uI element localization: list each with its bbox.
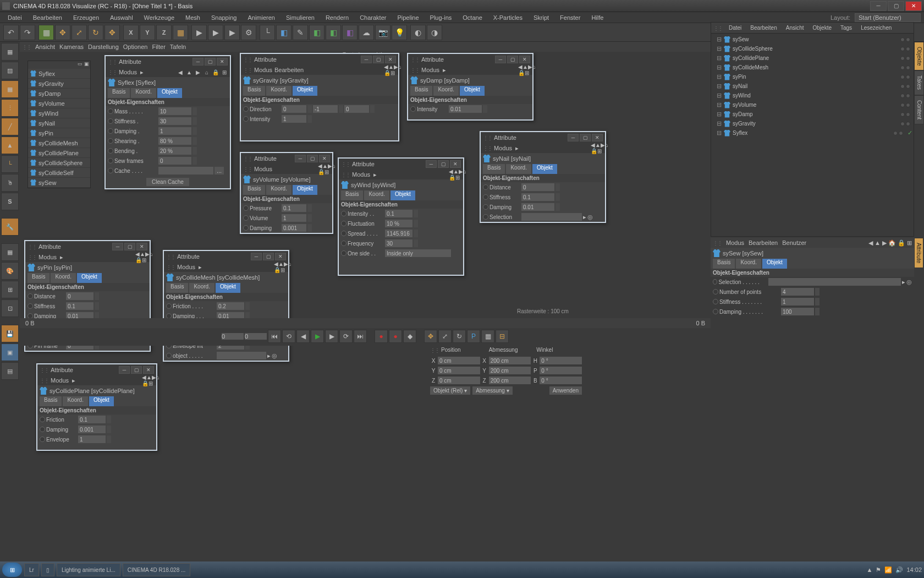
tool-1[interactable]: ◐ — [410, 25, 426, 40]
target-icon[interactable]: ◎ — [906, 279, 912, 286]
nav-icons[interactable]: ◀▲▶⌂🔒⊞ — [454, 171, 461, 178]
add-deformer[interactable]: ◧ — [342, 25, 358, 40]
radio-icon[interactable] — [410, 106, 416, 112]
tray-net-icon[interactable]: 📶 — [884, 566, 892, 574]
arrow-icon[interactable]: ▸ — [514, 145, 520, 152]
freq-field[interactable]: 30 — [385, 239, 413, 247]
vmenu-tafeln[interactable]: Tafeln — [170, 43, 186, 50]
menu-rendern[interactable]: Rendern — [321, 13, 353, 22]
panel-min-button[interactable]: ─ — [119, 366, 130, 374]
arrow-icon[interactable]: ▸ — [71, 377, 76, 384]
radio-icon[interactable] — [243, 106, 249, 112]
add-pen[interactable]: ✎ — [293, 25, 308, 40]
om-objekte[interactable]: Objekte — [811, 24, 834, 32]
radio-icon[interactable] — [28, 293, 33, 299]
stiff-field[interactable]: 1 — [781, 298, 814, 306]
keyframe-button[interactable]: ◆ — [403, 330, 416, 343]
arrow-icon[interactable]: ▸ — [59, 254, 64, 261]
palette-grid[interactable]: ▦ — [1, 243, 19, 261]
panel-icon[interactable]: ▭ ▣ — [78, 61, 89, 69]
radio-icon[interactable] — [483, 204, 488, 210]
rotate-tool[interactable]: ↻ — [88, 25, 103, 40]
spinner[interactable] — [414, 220, 418, 227]
nav-icons[interactable]: ◀▲▶⌂🔒⊞ — [323, 166, 330, 172]
dim-field[interactable]: 200 cm — [489, 377, 531, 384]
tab-basis[interactable]: Basis — [243, 185, 265, 195]
tab-koord[interactable]: Koord. — [131, 88, 156, 98]
close-button[interactable]: ✕ — [905, 1, 922, 11]
selection-field[interactable] — [768, 278, 901, 286]
menu-plugins[interactable]: Plug-ins — [426, 13, 457, 22]
spinner[interactable] — [193, 107, 197, 115]
tab-basis[interactable]: Basis — [483, 164, 505, 174]
target-icon[interactable]: ◎ — [587, 214, 593, 221]
radio-icon[interactable] — [483, 184, 488, 190]
palette-save[interactable]: 💾 — [1, 325, 19, 342]
add-cube[interactable]: ◧ — [276, 25, 292, 40]
lock-icon[interactable]: 🔒 — [212, 69, 219, 75]
panel-min-button[interactable]: ─ — [568, 134, 579, 141]
ang-field[interactable]: 0 ° — [540, 377, 582, 384]
spinner[interactable] — [95, 292, 99, 300]
menu-xparticles[interactable]: X-Particles — [489, 13, 527, 22]
vmenu-optionen[interactable]: Optionen — [123, 43, 148, 50]
tab-koord[interactable]: Koord. — [51, 273, 75, 283]
key-rotate-button[interactable]: ↻ — [453, 330, 466, 343]
palette-box[interactable]: ▣ — [1, 343, 19, 361]
clean-cache-button[interactable]: Clean Cache — [146, 178, 189, 186]
spinner[interactable] — [414, 230, 418, 237]
dir-z[interactable]: 0 — [344, 105, 369, 113]
panel-max-button[interactable]: ▢ — [373, 56, 384, 63]
frame-cur-field[interactable]: 0 — [245, 333, 267, 340]
vmenu-darstellung[interactable]: Darstellung — [88, 43, 119, 50]
tab-basis[interactable]: Basis — [108, 88, 130, 98]
tab-basis[interactable]: Basis — [243, 86, 265, 96]
int-field[interactable]: 1 — [282, 115, 306, 123]
menu-animieren[interactable]: Animieren — [243, 13, 279, 22]
taskbar-explorer[interactable]: ▯ — [41, 563, 54, 576]
nav-icons[interactable]: ◀▲▶⌂🔒⊞ — [524, 67, 530, 73]
tab-basis[interactable]: Basis — [166, 283, 188, 293]
radio-icon[interactable] — [166, 303, 172, 309]
radio-icon[interactable] — [341, 250, 346, 256]
om-row[interactable]: ⊟syWind — [712, 91, 912, 100]
om-row[interactable]: ⊟syCollideMesh — [712, 63, 912, 72]
nav-up-icon[interactable]: ▲ — [186, 69, 193, 75]
nav-icons[interactable]: ◀▲▶⌂🔒⊞ — [147, 377, 154, 384]
list-row[interactable]: Syflex — [28, 69, 90, 79]
om-row[interactable]: ⊟Syflex✓ — [712, 128, 912, 138]
spinner[interactable] — [556, 203, 560, 211]
list-row[interactable]: syCollideSelf — [28, 168, 90, 178]
tab-objekt[interactable]: Objekt — [216, 283, 240, 293]
add-environment[interactable]: ☁ — [359, 25, 374, 40]
damp-field[interactable]: 0.001 — [282, 224, 306, 232]
panel-close-button[interactable]: ✕ — [319, 155, 330, 162]
spinner[interactable] — [193, 137, 197, 145]
spinner[interactable] — [307, 214, 312, 222]
fluc-field[interactable]: 10 % — [385, 220, 413, 227]
list-row[interactable]: syNail — [28, 118, 90, 128]
panel-min-button[interactable]: ─ — [193, 58, 204, 66]
menu-bearbeiten[interactable]: Bearbeiten — [29, 13, 67, 22]
damp-field[interactable]: 1 — [158, 127, 191, 135]
tab-basis[interactable]: Basis — [341, 190, 363, 200]
render-view[interactable]: ▶ — [191, 25, 207, 40]
record-button[interactable]: ● — [375, 330, 388, 343]
spr-field[interactable]: 1145.916 — [385, 230, 413, 237]
tab-objekt[interactable]: Objekt — [762, 259, 787, 269]
tab-takes[interactable]: Takes — [914, 70, 924, 95]
palette-points[interactable]: ⋮ — [1, 99, 19, 117]
palette-edges[interactable]: ╱ — [1, 118, 19, 135]
int-field[interactable]: 0.1 — [385, 210, 413, 217]
panel-max-button[interactable]: ▢ — [263, 253, 274, 260]
radio-icon[interactable] — [40, 427, 45, 432]
spinner[interactable] — [245, 302, 250, 310]
spinner[interactable] — [307, 204, 312, 212]
dim-field[interactable]: 200 cm — [489, 357, 531, 364]
arrow-icon[interactable]: ▸ — [583, 214, 586, 221]
vmenu-kameras[interactable]: Kameras — [59, 43, 84, 50]
list-row[interactable]: syDamp — [28, 89, 90, 99]
panel-min-button[interactable]: ─ — [361, 56, 372, 63]
tab-objekt[interactable]: Objekt — [293, 185, 317, 195]
pres-field[interactable]: 0.1 — [282, 204, 306, 212]
